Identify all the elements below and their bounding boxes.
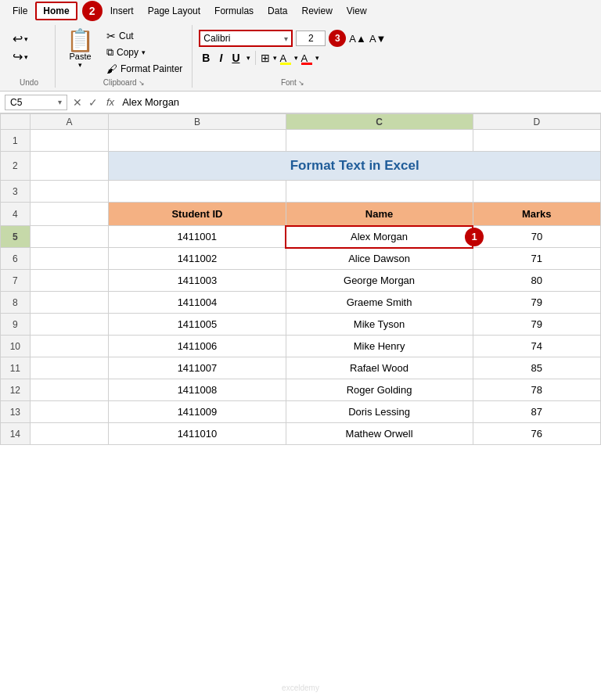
row-header-7[interactable]: 7	[1, 270, 31, 292]
menu-data[interactable]: Data	[261, 3, 293, 19]
cell-14d[interactable]: 76	[473, 423, 601, 445]
cell-1d[interactable]	[473, 130, 601, 152]
redo-button[interactable]: ↪ ▾	[9, 48, 49, 66]
font-size-box[interactable]: 2	[296, 31, 326, 46]
cell-11d[interactable]: 85	[473, 357, 601, 379]
row-header-14[interactable]: 14	[1, 423, 31, 445]
row-header-11[interactable]: 11	[1, 357, 31, 379]
cell-1b[interactable]	[109, 130, 286, 152]
cell-6c[interactable]: Alice Dawson	[286, 248, 473, 270]
menu-insert[interactable]: Insert	[104, 3, 140, 19]
cell-1c[interactable]	[286, 130, 473, 152]
cell-8c[interactable]: Graeme Smith	[286, 292, 473, 314]
font-color-dropdown[interactable]: ▾	[315, 54, 319, 62]
fill-dropdown[interactable]: ▾	[294, 54, 298, 62]
cell-7c[interactable]: George Morgan	[286, 270, 473, 292]
cell-13c[interactable]: Doris Lessing	[286, 401, 473, 423]
menu-file[interactable]: File	[6, 3, 34, 19]
cell-10c[interactable]: Mike Henry	[286, 336, 473, 357]
cell-10b[interactable]: 1411006	[109, 336, 286, 357]
cell-ref-dropdown[interactable]: ▾	[58, 98, 62, 106]
cell-3c[interactable]	[286, 181, 473, 203]
paste-button[interactable]: 📋 Paste ▾	[62, 28, 99, 70]
cell-3a[interactable]	[30, 181, 109, 203]
cell-7b[interactable]: 1411003	[109, 270, 286, 292]
formula-cancel-icon[interactable]: ✕	[70, 96, 85, 109]
font-grow-icon[interactable]: A▲	[349, 33, 366, 45]
cell-8d[interactable]: 79	[473, 292, 601, 314]
underline-button[interactable]: U	[229, 50, 243, 66]
fill-color-icon[interactable]: A	[280, 52, 291, 65]
underline-dropdown[interactable]: ▾	[247, 54, 250, 62]
cell-4c-header[interactable]: Name	[286, 203, 473, 226]
title-cell[interactable]: Format Text in Excel	[109, 152, 601, 181]
menu-formulas[interactable]: Formulas	[208, 3, 260, 19]
cell-12b[interactable]: 1411008	[109, 379, 286, 401]
cell-11c[interactable]: Rafael Wood	[286, 357, 473, 379]
row-header-4[interactable]: 4	[1, 203, 31, 226]
row-header-12[interactable]: 12	[1, 379, 31, 401]
border-icon[interactable]: ⊞	[261, 52, 270, 64]
row-header-8[interactable]: 8	[1, 292, 31, 314]
row-header-6[interactable]: 6	[1, 248, 31, 270]
cell-11a[interactable]	[30, 357, 109, 379]
cell-7a[interactable]	[30, 270, 109, 292]
cell-3d[interactable]	[473, 181, 601, 203]
cell-6d[interactable]: 71	[473, 248, 601, 270]
cell-7d[interactable]: 80	[473, 270, 601, 292]
cell-13b[interactable]: 1411009	[109, 401, 286, 423]
font-shrink-icon[interactable]: A▼	[369, 33, 387, 45]
cell-14c[interactable]: Mathew Orwell	[286, 423, 473, 445]
cell-4a[interactable]	[30, 203, 109, 226]
cell-4b-header[interactable]: Student ID	[109, 203, 286, 226]
cell-14b[interactable]: 1411010	[109, 423, 286, 445]
cell-1a[interactable]	[30, 130, 109, 152]
col-header-b[interactable]: B	[109, 114, 286, 130]
undo-button[interactable]: ↩ ▾	[9, 30, 49, 48]
format-painter-button[interactable]: 🖌 Format Painter	[103, 61, 185, 77]
row-header-10[interactable]: 10	[1, 336, 31, 357]
italic-button[interactable]: I	[216, 50, 225, 66]
col-header-c[interactable]: C	[286, 114, 473, 130]
cell-9c[interactable]: Mike Tyson	[286, 314, 473, 336]
menu-review[interactable]: Review	[295, 3, 338, 19]
cell-13a[interactable]	[30, 401, 109, 423]
cell-5a[interactable]	[30, 226, 109, 248]
cell-9d[interactable]: 79	[473, 314, 601, 336]
cell-14a[interactable]	[30, 423, 109, 445]
row-header-1[interactable]: 1	[1, 130, 31, 152]
font-expand-icon[interactable]: ↘	[298, 79, 304, 87]
cell-5c-active[interactable]: Alex Morgan 1	[286, 226, 473, 248]
cell-9a[interactable]	[30, 314, 109, 336]
menu-view[interactable]: View	[340, 3, 373, 19]
row-header-3[interactable]: 3	[1, 181, 31, 203]
font-name-box[interactable]: Calibri ▾	[199, 30, 293, 47]
cell-2a[interactable]	[30, 152, 109, 181]
row-header-5[interactable]: 5	[1, 226, 31, 248]
cell-3b[interactable]	[109, 181, 286, 203]
bold-button[interactable]: B	[199, 50, 213, 66]
cell-ref-box[interactable]: C5 ▾	[5, 95, 67, 110]
font-color-icon[interactable]: A	[301, 52, 312, 65]
row-header-2[interactable]: 2	[1, 152, 31, 181]
cell-12d[interactable]: 78	[473, 379, 601, 401]
formula-confirm-icon[interactable]: ✓	[86, 96, 100, 109]
cell-5b[interactable]: 1411001	[109, 226, 286, 248]
cell-5d[interactable]: 70	[473, 226, 601, 248]
cell-4d-header[interactable]: Marks	[473, 203, 601, 226]
cell-13d[interactable]: 87	[473, 401, 601, 423]
cell-12a[interactable]	[30, 379, 109, 401]
clipboard-expand-icon[interactable]: ↘	[139, 79, 145, 87]
col-header-d[interactable]: D	[473, 114, 601, 130]
cell-10d[interactable]: 74	[473, 336, 601, 357]
copy-button[interactable]: ⧉ Copy ▾	[103, 45, 185, 60]
cell-12c[interactable]: Roger Golding	[286, 379, 473, 401]
cell-10a[interactable]	[30, 336, 109, 357]
cell-11b[interactable]: 1411007	[109, 357, 286, 379]
cell-6a[interactable]	[30, 248, 109, 270]
cell-9b[interactable]: 1411005	[109, 314, 286, 336]
menu-home[interactable]: Home	[35, 2, 77, 20]
col-header-a[interactable]: A	[30, 114, 109, 130]
cut-button[interactable]: ✂ Cut	[103, 28, 185, 44]
cell-6b[interactable]: 1411002	[109, 248, 286, 270]
